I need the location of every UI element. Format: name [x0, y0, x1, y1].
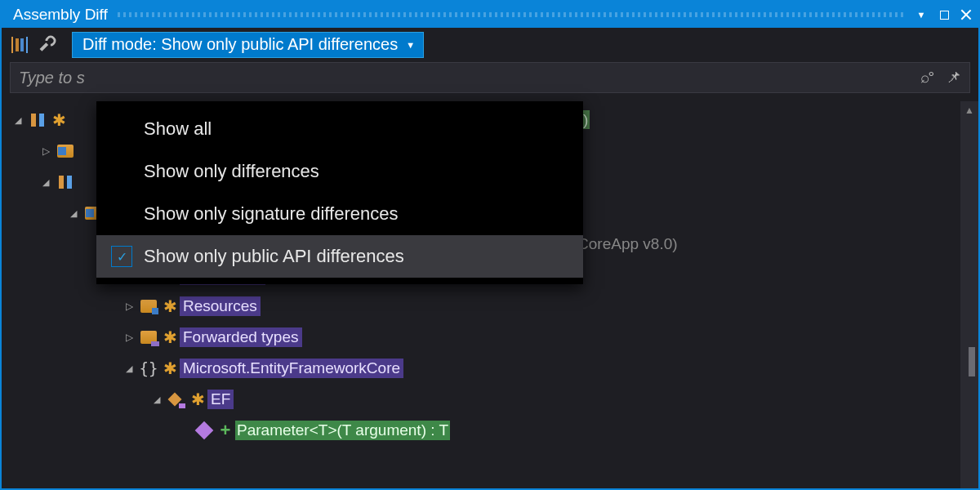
folder-icon — [137, 300, 160, 313]
tree-row-forwarded[interactable]: ✱ Forwarded types — [10, 322, 960, 353]
tree-row-resources[interactable]: ✱ Resources — [10, 291, 960, 322]
class-icon — [165, 392, 188, 407]
menu-item-label: Show only signature differences — [144, 203, 398, 225]
settings-icon[interactable] — [41, 35, 60, 55]
tree-row-class[interactable]: ✱ EF — [10, 384, 960, 415]
menu-item-show-differences[interactable]: Show only differences — [96, 150, 583, 193]
diff-mode-dropdown[interactable]: Diff mode: Show only public API differen… — [72, 32, 424, 58]
diff-mode-label: Diff mode: Show only public API differen… — [82, 35, 398, 54]
search-options-icon[interactable]: ⌕° — [920, 69, 933, 87]
scroll-up-icon[interactable]: ▲ — [964, 105, 974, 116]
modified-icon: ✱ — [49, 110, 69, 130]
node-label: Microsoft.EntityFrameworkCore — [180, 359, 403, 378]
tree-row-namespace[interactable]: {} ✱ Microsoft.EntityFrameworkCore — [10, 353, 960, 384]
maximize-button[interactable] — [938, 8, 951, 21]
expander-icon[interactable] — [121, 332, 137, 343]
expander-icon[interactable] — [149, 394, 165, 405]
window-title: Assembly Diff — [13, 6, 108, 24]
menu-item-show-all[interactable]: Show all — [96, 108, 583, 150]
modified-icon: ✱ — [160, 359, 180, 378]
scroll-track[interactable] — [960, 116, 978, 488]
node-label: Parameter<T>(T argument) : T — [235, 421, 450, 440]
folder-icon — [54, 145, 77, 158]
tree-view[interactable]: ✱ 4081.2) — [2, 101, 960, 488]
expander-icon[interactable] — [65, 208, 82, 219]
node-label: EF — [207, 390, 234, 409]
tree-row-method[interactable]: + Parameter<T>(T argument) : T — [10, 415, 960, 446]
expander-icon[interactable] — [38, 145, 54, 157]
check-icon: ✓ — [111, 246, 132, 267]
modified-icon: ✱ — [160, 296, 180, 316]
chevron-down-icon: ▼ — [406, 40, 415, 50]
expander-icon[interactable] — [38, 177, 54, 188]
search-input[interactable] — [19, 69, 920, 87]
menu-item-label: Show only public API differences — [144, 246, 404, 267]
added-icon: + — [216, 420, 235, 441]
modified-icon: ✱ — [188, 390, 207, 409]
vertical-scrollbar[interactable]: ▲ — [960, 101, 978, 488]
menu-item-show-public-api-differences[interactable]: ✓ Show only public API differences — [96, 235, 583, 278]
diff-mode-menu: Show all Show only differences Show only… — [96, 101, 583, 284]
menu-item-label: Show only differences — [144, 161, 319, 182]
titlebar-grip[interactable] — [118, 12, 905, 17]
folder-icon — [137, 331, 160, 344]
scroll-marker — [969, 347, 975, 376]
expander-icon[interactable] — [10, 115, 26, 126]
expander-icon[interactable] — [121, 363, 137, 374]
method-icon — [193, 424, 216, 437]
close-button[interactable] — [960, 9, 972, 20]
pin-icon[interactable]: 📌︎ — [946, 69, 961, 87]
search-bar: ⌕° 📌︎ — [10, 62, 970, 93]
menu-item-label: Show all — [144, 118, 212, 140]
window-options-icon[interactable]: ▼ — [915, 8, 928, 21]
node-label: Forwarded types — [180, 327, 302, 347]
node-label: Resources — [180, 296, 261, 316]
modified-icon: ✱ — [160, 327, 180, 347]
expander-icon[interactable] — [121, 301, 137, 312]
compare-root-icon — [26, 112, 49, 128]
compare-icon — [54, 174, 77, 190]
compare-icon[interactable] — [10, 35, 29, 55]
namespace-icon: {} — [137, 359, 160, 377]
menu-item-show-signature-differences[interactable]: Show only signature differences — [96, 193, 583, 235]
